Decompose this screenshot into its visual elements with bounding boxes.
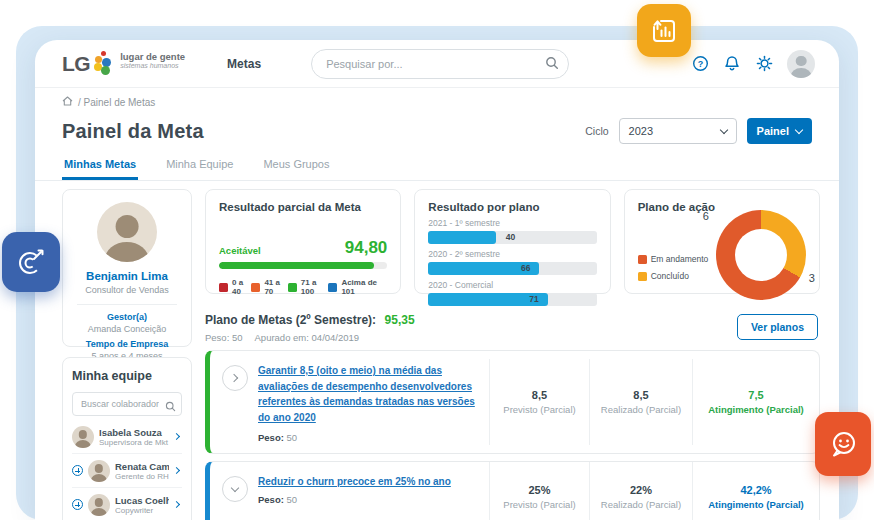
legend-swatch-green xyxy=(288,283,297,292)
metric-atingimento: 42,2% Atingimento (Parcial) xyxy=(692,462,819,520)
profile-card: Benjamin Lima Consultor de Vendas Gestor… xyxy=(62,189,192,347)
member-role: Copywriter xyxy=(115,506,169,515)
donut-value-em-andamento: 6 xyxy=(703,210,709,222)
team-member-row[interactable]: Lucas Coelho Copywriter xyxy=(72,488,182,520)
page-title: Painel da Meta xyxy=(62,120,204,143)
manager-name: Amanda Conceição xyxy=(63,324,191,334)
chevron-right-icon xyxy=(230,374,238,382)
collapse-chevron-button[interactable] xyxy=(222,476,248,502)
profile-name[interactable]: Benjamin Lima xyxy=(63,270,191,282)
main-content: Benjamin Lima Consultor de Vendas Gestor… xyxy=(35,181,839,520)
tab-minha-equipe[interactable]: Minha Equipe xyxy=(164,154,235,180)
right-column: Resultado parcial da Meta Aceitável 94,8… xyxy=(205,189,820,520)
goal-card-2: Reduzir o churn precoce em 25% no ano Pe… xyxy=(205,461,820,520)
search-icon xyxy=(545,56,559,74)
svg-text:?: ? xyxy=(697,59,702,69)
plan-bar: 2020 - Comercial 71 xyxy=(428,280,596,306)
metric-realizado: 8,5 Realizado (Parcial) xyxy=(589,359,692,445)
team-member-row[interactable]: Renata Campos Gerente do RH xyxy=(72,454,182,488)
action-plan-donut xyxy=(716,210,806,300)
export-chart-button[interactable] xyxy=(637,4,691,57)
goal-title-link[interactable]: Reduzir o churn precoce em 25% no ano xyxy=(258,474,451,490)
donut-value-concluido: 3 xyxy=(809,272,815,284)
member-name: Lucas Coelho xyxy=(115,495,169,506)
expand-chevron-button[interactable] xyxy=(222,365,248,391)
settings-gear-icon[interactable] xyxy=(755,55,773,73)
member-role: Supervisora de Mkt xyxy=(99,438,169,447)
page: LG lugar de gente sistemas humanos Metas… xyxy=(0,0,874,520)
result-by-plan-card: Resultado por plano 2021 - 1º semestre 4… xyxy=(414,189,610,294)
member-avatar xyxy=(72,426,94,448)
legend-swatch-orange xyxy=(251,283,260,292)
chevron-right-icon[interactable] xyxy=(173,433,180,440)
progress-fill xyxy=(219,262,374,269)
donut-legend: Em andamento Concluído xyxy=(638,254,709,281)
view-plans-button[interactable]: Ver planos xyxy=(737,314,818,340)
team-member-row[interactable]: Isabela Souza Supervisora de Mkt xyxy=(72,420,182,454)
plan-computed-label: Apurado em: xyxy=(255,332,309,343)
plan-computed-date: 04/04/2019 xyxy=(312,332,360,343)
team-title: Minha equipe xyxy=(72,369,182,383)
plan-score: 95,35 xyxy=(385,313,415,327)
legend-swatch-blue xyxy=(328,283,337,292)
metric-previsto: 8,5 Previsto (Parcial) xyxy=(489,359,589,445)
page-head-controls: Ciclo 2023 Painel xyxy=(585,118,812,144)
action-plan-card: Plano de ação 6 3 Em andamento Concluído xyxy=(624,189,820,294)
breadcrumb-path[interactable]: / Painel de Metas xyxy=(78,97,155,108)
user-avatar[interactable] xyxy=(787,50,815,78)
bar-value: 66 xyxy=(521,262,530,275)
search-input[interactable] xyxy=(311,49,569,79)
chevron-down-icon xyxy=(719,125,727,133)
profile-role: Consultor de Vendas xyxy=(63,285,191,295)
member-avatar xyxy=(88,460,110,482)
metric-previsto: 25% Previsto (Parcial) xyxy=(489,462,589,520)
tab-minhas-metas[interactable]: Minhas Metas xyxy=(62,154,138,180)
legend-swatch-red xyxy=(219,283,228,292)
legend-swatch-em-andamento xyxy=(638,255,647,264)
chevron-down-icon xyxy=(231,484,239,492)
left-column: Benjamin Lima Consultor de Vendas Gestor… xyxy=(62,189,192,520)
range-legend: 0 a 40 41 a 70 71 a 100 Acima de 101 xyxy=(219,278,387,296)
panel-button[interactable]: Painel xyxy=(747,118,812,144)
plan-weight-label: Peso: xyxy=(205,332,229,343)
chart-export-icon xyxy=(648,15,680,47)
member-name: Isabela Souza xyxy=(99,427,169,438)
smiley-chat-icon xyxy=(826,427,860,461)
balloon-logo-icon xyxy=(92,51,114,77)
tab-bar: Minhas Metas Minha Equipe Meus Grupos xyxy=(35,154,839,181)
team-card: Minha equipe Isabela Souza Supervisora d… xyxy=(62,357,192,520)
plan-bar: 2021 - 1º semestre 40 xyxy=(428,218,596,244)
add-plus-icon[interactable] xyxy=(72,499,83,510)
card-title: Resultado parcial da Meta xyxy=(219,201,387,213)
feedback-chat-button[interactable] xyxy=(815,412,871,476)
card-title: Resultado por plano xyxy=(428,201,596,213)
team-search xyxy=(72,392,182,416)
help-icon[interactable]: ? xyxy=(691,55,709,73)
divider xyxy=(77,304,177,305)
goals-target-button[interactable] xyxy=(2,232,60,292)
nav-item-metas[interactable]: Metas xyxy=(227,57,261,71)
member-name: Renata Campos xyxy=(115,461,169,472)
home-icon[interactable] xyxy=(62,96,73,108)
breadcrumb: / Painel de Metas xyxy=(35,88,839,114)
logo-text: LG xyxy=(62,51,90,77)
goal-metrics: 25% Previsto (Parcial) 22% Realizado (Pa… xyxy=(489,462,819,520)
profile-photo xyxy=(97,202,157,262)
plan-bar: 2020 - 2º semestre 66 xyxy=(428,249,596,275)
member-avatar xyxy=(88,494,110,516)
notifications-bell-icon[interactable] xyxy=(723,55,741,73)
goal-title-link[interactable]: Garantir 8,5 (oito e meio) na média das … xyxy=(258,363,479,425)
chevron-right-icon[interactable] xyxy=(173,467,180,474)
app-header: LG lugar de gente sistemas humanos Metas… xyxy=(35,40,839,88)
legend-swatch-concluido xyxy=(638,272,647,281)
progress-track xyxy=(219,262,387,269)
metric-atingimento: 7,5 Atingimento (Parcial) xyxy=(692,359,819,445)
tab-meus-grupos[interactable]: Meus Grupos xyxy=(261,154,331,180)
search-icon xyxy=(165,398,176,416)
cycle-select[interactable]: 2023 xyxy=(619,118,737,144)
card-title: Plano de ação xyxy=(638,201,806,213)
chevron-right-icon[interactable] xyxy=(173,501,180,508)
cycle-label: Ciclo xyxy=(585,125,608,137)
add-plus-icon[interactable] xyxy=(72,465,83,476)
global-search xyxy=(311,49,569,79)
